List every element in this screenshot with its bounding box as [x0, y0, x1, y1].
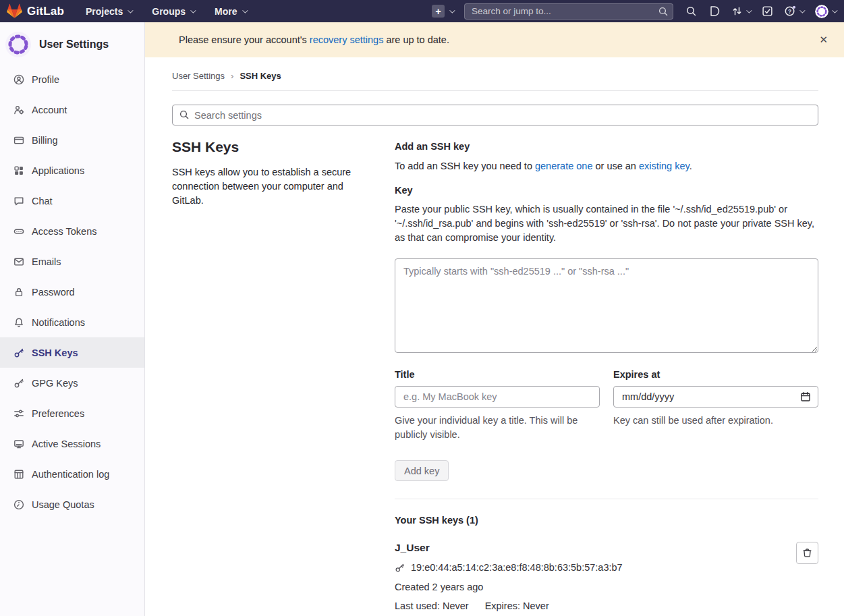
- billing-icon: [13, 135, 24, 146]
- generate-one-link[interactable]: generate one: [535, 161, 592, 171]
- help-icon: ?: [785, 5, 796, 17]
- menu-groups[interactable]: Groups: [152, 6, 194, 17]
- sidebar-item-preferences[interactable]: Preferences: [0, 398, 144, 428]
- emails-icon: [13, 256, 24, 267]
- page-title: SSH Keys: [172, 139, 374, 155]
- ssh-key-expires: Expires: Never: [485, 600, 549, 611]
- applications-icon: [13, 165, 24, 176]
- access-tokens-icon: [13, 226, 24, 237]
- add-key-button[interactable]: Add key: [395, 460, 449, 481]
- global-search: [464, 3, 673, 20]
- sidebar-item-label: Preferences: [32, 408, 84, 419]
- logo-text: GitLab: [27, 5, 64, 18]
- menu-projects[interactable]: Projects: [86, 6, 132, 17]
- gitlab-home-link[interactable]: GitLab: [7, 3, 64, 19]
- sidebar-item-notifications[interactable]: Notifications: [0, 307, 144, 337]
- title-field-group: Title Give your individual key a title. …: [395, 369, 600, 442]
- expires-date-input[interactable]: mm/dd/yyyy: [613, 386, 818, 408]
- sidebar-item-access-tokens[interactable]: Access Tokens: [0, 216, 144, 246]
- sidebar-item-usage-quotas[interactable]: Usage Quotas: [0, 489, 144, 520]
- settings-search-input[interactable]: [172, 105, 818, 125]
- new-menu-button[interactable]: +: [432, 5, 453, 18]
- issues-icon[interactable]: [708, 5, 720, 17]
- sidebar-item-label: Emails: [32, 256, 61, 267]
- sidebar-item-label: Access Tokens: [32, 226, 96, 237]
- expires-field-help: Key can still be used after expiration.: [613, 414, 818, 428]
- merge-requests-icon: [731, 5, 743, 17]
- global-search-input[interactable]: [464, 3, 673, 20]
- todos-icon[interactable]: [762, 5, 773, 17]
- expires-field-label: Expires at: [613, 369, 818, 380]
- menu-more-label: More: [215, 6, 237, 17]
- sidebar-item-label: Usage Quotas: [32, 499, 94, 510]
- breadcrumb-separator: ›: [231, 71, 233, 81]
- divider: [395, 499, 818, 499]
- title-field-label: Title: [395, 369, 600, 380]
- banner-text-after: are up to date.: [383, 34, 449, 45]
- navbar-icons: ?: [685, 5, 836, 18]
- key-field-label: Key: [395, 185, 818, 196]
- ssh-key-textarea[interactable]: [395, 258, 818, 353]
- password-icon: [13, 287, 24, 298]
- svg-text:?: ?: [788, 8, 791, 15]
- existing-key-link[interactable]: existing key: [639, 161, 690, 171]
- menu-more[interactable]: More: [215, 6, 246, 17]
- user-menu[interactable]: [815, 5, 836, 18]
- sidebar-item-account[interactable]: Account: [0, 94, 144, 125]
- ssh-key-info: J_User 19:e0:44:a5:14:c2:3a:e8:f8:48:8b:…: [395, 542, 796, 611]
- ssh-key-fingerprint-row: 19:e0:44:a5:14:c2:3a:e8:f8:48:8b:63:5b:5…: [395, 562, 796, 573]
- sidebar-item-label: GPG Keys: [32, 378, 78, 389]
- menu-groups-label: Groups: [152, 6, 186, 17]
- add-ssh-key-heading: Add an SSH key: [395, 141, 818, 152]
- section-intro: SSH Keys SSH keys allow you to establish…: [172, 138, 374, 611]
- recovery-settings-link[interactable]: recovery settings: [310, 34, 384, 45]
- sidebar-item-applications[interactable]: Applications: [0, 155, 144, 186]
- sidebar-nav: Profile Account Billing Applications: [0, 64, 144, 520]
- sidebar-item-emails[interactable]: Emails: [0, 246, 144, 277]
- sidebar-item-authentication-log[interactable]: Authentication log: [0, 459, 144, 489]
- sidebar-item-profile[interactable]: Profile: [0, 64, 144, 94]
- settings-sidebar: User Settings Profile Account Billing: [0, 22, 145, 616]
- sidebar-item-billing[interactable]: Billing: [0, 125, 144, 155]
- key-icon: [13, 347, 24, 358]
- sidebar-item-active-sessions[interactable]: Active Sessions: [0, 428, 144, 459]
- top-navbar: GitLab Projects Groups More +: [0, 0, 844, 22]
- delete-key-button[interactable]: [796, 542, 818, 564]
- navbar-menu: Projects Groups More: [86, 6, 246, 17]
- ssh-key-form-column: Add an SSH key To add an SSH key you nee…: [395, 138, 818, 611]
- intro-text: or use an: [592, 161, 639, 171]
- help-menu[interactable]: ?: [785, 5, 804, 17]
- sidebar-title: User Settings: [39, 38, 109, 51]
- sidebar-item-password[interactable]: Password: [0, 277, 144, 307]
- sidebar-item-label: Authentication log: [32, 469, 109, 480]
- merge-requests-menu[interactable]: [731, 5, 750, 17]
- search-icon: [658, 6, 669, 17]
- trash-icon: [802, 548, 812, 558]
- close-icon[interactable]: ✕: [814, 31, 833, 49]
- intro-text: To add an SSH key you need to: [395, 161, 535, 171]
- sidebar-item-gpg-keys[interactable]: GPG Keys: [0, 368, 144, 398]
- sidebar-item-label: Chat: [32, 196, 53, 206]
- ssh-key-created: Created 2 years ago: [395, 582, 796, 592]
- title-input[interactable]: [395, 386, 600, 408]
- ssh-key-last-used: Last used: Never: [395, 600, 469, 611]
- add-ssh-key-intro: To add an SSH key you need to generate o…: [395, 159, 818, 173]
- chevron-down-icon: [799, 7, 805, 13]
- breadcrumb: User Settings › SSH Keys: [172, 57, 818, 91]
- sidebar-item-ssh-keys[interactable]: SSH Keys: [0, 337, 144, 368]
- menu-projects-label: Projects: [86, 6, 123, 17]
- ssh-key-title: J_User: [395, 542, 796, 554]
- breadcrumb-current: SSH Keys: [240, 71, 281, 81]
- chevron-down-icon: [128, 7, 133, 13]
- sidebar-item-chat[interactable]: Chat: [0, 186, 144, 216]
- banner-text-before: Please ensure your account's: [179, 34, 310, 45]
- ssh-key-fingerprint: 19:e0:44:a5:14:c2:3a:e8:f8:48:8b:63:5b:5…: [411, 562, 623, 573]
- account-icon: [13, 105, 24, 115]
- search-icon[interactable]: [685, 5, 697, 17]
- sidebar-item-label: Applications: [32, 165, 84, 176]
- chevron-down-icon: [190, 7, 196, 13]
- intro-text: .: [690, 161, 692, 171]
- breadcrumb-user-settings[interactable]: User Settings: [172, 71, 225, 81]
- recovery-settings-banner: Please ensure your account's recovery se…: [145, 22, 844, 57]
- calendar-icon[interactable]: [800, 391, 811, 402]
